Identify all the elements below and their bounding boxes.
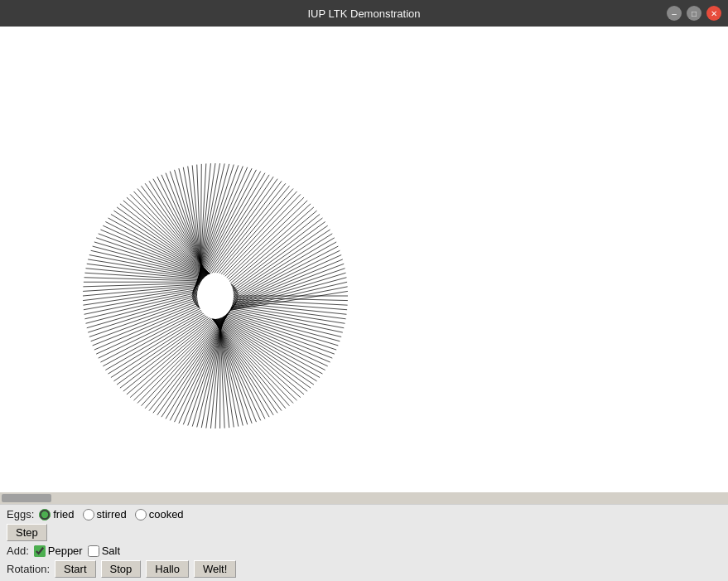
eggs-label-cooked: cooked xyxy=(149,508,184,520)
eggs-radio-group: fried stirred cooked xyxy=(39,508,183,520)
salt-label: Salt xyxy=(102,545,120,557)
eggs-option-stirred[interactable]: stirred xyxy=(83,508,127,520)
titlebar-controls: – □ ✕ xyxy=(667,6,721,21)
eggs-label-fried: fried xyxy=(53,508,74,520)
controls-area: Eggs: fried stirred cooked xyxy=(0,504,728,581)
add-row: Add: Pepper Salt xyxy=(7,545,721,557)
window: IUP LTK Demonstration – □ ✕ Eggs: fried xyxy=(0,0,728,581)
content-area: Eggs: fried stirred cooked xyxy=(0,27,728,581)
step-button[interactable]: Step xyxy=(7,524,47,541)
window-title: IUP LTK Demonstration xyxy=(307,7,420,20)
spiral-canvas xyxy=(0,27,728,492)
eggs-row: Eggs: fried stirred cooked xyxy=(7,508,721,520)
add-label: Add: xyxy=(7,545,29,557)
pepper-label: Pepper xyxy=(48,545,83,557)
pepper-checkbox[interactable] xyxy=(34,545,46,557)
scrollbar-thumb[interactable] xyxy=(2,494,51,502)
rotation-label: Rotation: xyxy=(7,563,50,575)
canvas-area xyxy=(0,27,728,492)
eggs-option-cooked[interactable]: cooked xyxy=(135,508,184,520)
hallo-button[interactable]: Hallo xyxy=(146,560,189,578)
pepper-checkbox-item[interactable]: Pepper xyxy=(34,545,83,557)
maximize-button[interactable]: □ xyxy=(687,6,701,21)
salt-checkbox[interactable] xyxy=(88,545,99,557)
start-button[interactable]: Start xyxy=(55,560,95,578)
step-row: Step xyxy=(7,524,721,541)
eggs-label-stirred: stirred xyxy=(97,508,127,520)
stop-button[interactable]: Stop xyxy=(101,560,142,578)
salt-checkbox-item[interactable]: Salt xyxy=(88,545,120,557)
eggs-radio-fried[interactable] xyxy=(39,509,51,520)
titlebar: IUP LTK Demonstration – □ ✕ xyxy=(0,0,728,27)
eggs-option-fried[interactable]: fried xyxy=(39,508,74,520)
horizontal-scrollbar[interactable] xyxy=(0,492,728,504)
minimize-button[interactable]: – xyxy=(667,6,682,21)
close-button[interactable]: ✕ xyxy=(706,6,721,21)
eggs-radio-stirred[interactable] xyxy=(83,509,94,520)
eggs-label: Eggs: xyxy=(7,508,34,520)
welt-button[interactable]: Welt! xyxy=(194,560,236,578)
rotation-row: Rotation: Start Stop Hallo Welt! xyxy=(7,560,721,578)
eggs-radio-cooked[interactable] xyxy=(135,509,147,520)
